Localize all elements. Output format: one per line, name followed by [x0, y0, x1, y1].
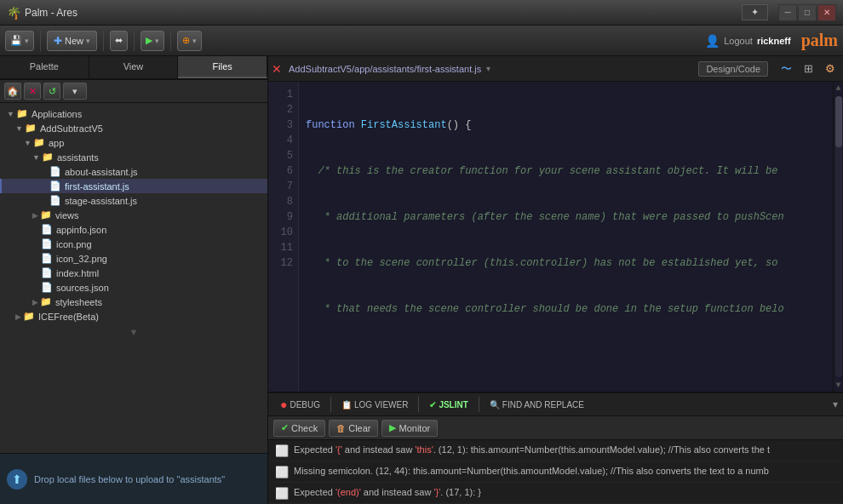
find-icon: 🔍 [490, 400, 500, 410]
wave-icon[interactable]: 〜 [777, 60, 795, 78]
play-btn[interactable]: ▶ ▾ [140, 31, 164, 51]
jslint-check-icon: ✔ [429, 400, 436, 410]
scroll-down-btn[interactable]: ▼ [0, 324, 267, 341]
lint-text-2: Missing semicolon. (12, 44): this.amount… [294, 465, 769, 477]
log-viewer-btn[interactable]: 📋 LOG VIEWER [335, 398, 415, 412]
tree-item-icon32[interactable]: 📄 icon_32.png [0, 251, 267, 266]
new-tab-btn[interactable]: ✦ [742, 4, 768, 20]
lint-warning-icon: ⬜ [275, 444, 289, 457]
arrow-icon: ▶ [32, 298, 38, 306]
lint-item-2[interactable]: ⬜ Missing semicolon. (12, 44): this.amou… [268, 461, 843, 483]
arrow-icon: ▶ [15, 312, 21, 321]
tree-label: first-assistant.js [65, 181, 129, 192]
tree-item-sources[interactable]: 📄 sources.json [0, 280, 267, 295]
tree-label: AddSubtractV5 [40, 123, 103, 134]
arrow-icon: ▼ [7, 110, 14, 118]
app-icon: 🌴 [7, 6, 21, 20]
debug-btn[interactable]: ● DEBUG [273, 395, 327, 414]
win-close-btn[interactable]: ✕ [817, 4, 836, 21]
grid-icon[interactable]: ⊞ [799, 60, 817, 78]
tree-item-icefree[interactable]: ▶ 📁 ICEFree(Beta) [0, 309, 267, 324]
tree-item-index[interactable]: 📄 index.html [0, 266, 267, 280]
new-btn[interactable]: ✚ New ▾ [47, 31, 97, 51]
scroll-up-arrow[interactable]: ▲ [834, 82, 842, 94]
clear-icon: 🗑 [336, 423, 346, 433]
lint-item-3[interactable]: ⬜ Expected '(end)' and instead saw '}'. … [268, 483, 843, 504]
win-min-btn[interactable]: ─ [778, 4, 797, 21]
scroll-track[interactable] [835, 96, 842, 377]
titlebar: 🌴 Palm - Ares ✦ ─ □ ✕ [0, 0, 843, 26]
line-num: 11 [268, 240, 293, 255]
file-path-arrow[interactable]: ▾ [486, 64, 490, 73]
tree-item-appinfo[interactable]: 📄 appinfo.json [0, 222, 267, 237]
refresh-btn[interactable]: ↺ [43, 83, 60, 100]
editor-icons: 〜 ⊞ ⚙ [777, 60, 840, 78]
file-icon: 📄 [49, 166, 61, 177]
new-label: New [65, 36, 83, 46]
debug-expand-btn[interactable]: ▾ [833, 398, 838, 410]
tree-item-stylesheets[interactable]: ▶ 📁 stylesheets [0, 295, 267, 309]
line-num: 2 [268, 102, 293, 117]
tree-item-first-assistant[interactable]: 📄 first-assistant.js [0, 179, 267, 193]
new-arrow-icon: ▾ [86, 37, 90, 45]
check-label: Check [291, 423, 318, 433]
scroll-bar[interactable]: ▲ ▼ [833, 82, 843, 392]
lint-results: ⬜ Expected '{' and instead saw 'this'. (… [268, 439, 843, 504]
more-btn[interactable]: ▾ [63, 83, 87, 100]
log-icon: 📋 [341, 400, 352, 410]
tab-palette[interactable]: Palette [0, 56, 89, 78]
tab-view[interactable]: View [89, 56, 179, 78]
lint-item-1[interactable]: ⬜ Expected '{' and instead saw 'this'. (… [268, 440, 843, 461]
tree-item-stage-assistant[interactable]: 📄 stage-assistant.js [0, 193, 267, 208]
tree-item-app[interactable]: ▼ 📁 app [0, 135, 267, 150]
monitor-label: Monitor [399, 423, 430, 433]
logout-label[interactable]: Logout [724, 36, 753, 46]
drop-text: Drop local files below to upload to "ass… [34, 474, 225, 484]
code-editor: 1 2 3 4 5 6 7 8 9 10 11 12 function Firs… [268, 82, 843, 392]
tab-files[interactable]: Files [178, 56, 267, 78]
editor-file-path[interactable]: AddSubtractV5/app/assistants/first-assis… [289, 64, 481, 74]
help-btn[interactable]: ⊕ ▾ [177, 31, 202, 51]
play-arrow-icon: ▾ [155, 37, 159, 45]
tree-item-views[interactable]: ▶ 📁 views [0, 208, 267, 222]
tree-item-applications[interactable]: ▼ 📁 Applications [0, 106, 267, 121]
palm-logo: palm [801, 31, 838, 50]
scroll-thumb[interactable] [835, 96, 842, 147]
tree-item-about-assistant[interactable]: 📄 about-assistant.js [0, 164, 267, 179]
code-line-1: function FirstAssistant() { [306, 117, 826, 133]
check-btn[interactable]: ✔ Check [273, 420, 325, 437]
file-icon: 📄 [41, 224, 53, 235]
clear-btn[interactable]: 🗑 Clear [329, 420, 378, 437]
tree-label: about-assistant.js [65, 167, 138, 177]
scroll-down-arrow[interactable]: ▼ [834, 379, 842, 392]
move-btn[interactable]: ⬌ [110, 31, 128, 51]
find-replace-btn[interactable]: 🔍 FIND AND REPLACE [483, 398, 591, 412]
sep1 [40, 31, 41, 51]
tree-item-icon[interactable]: 📄 icon.png [0, 237, 267, 251]
jslint-btn[interactable]: ✔ JSLINT [422, 398, 474, 412]
tree-item-addsubtractv5[interactable]: ▼ 📁 AddSubtractV5 [0, 121, 267, 135]
move-icon: ⬌ [115, 35, 123, 46]
debug-sep3 [479, 397, 479, 412]
right-panel: ✕ AddSubtractV5/app/assistants/first-ass… [268, 56, 843, 504]
editor-tab-close-btn[interactable]: ✕ [272, 62, 282, 76]
help-arrow-icon: ▾ [192, 37, 197, 45]
panel-tabs: Palette View Files [0, 56, 267, 80]
gear-icon[interactable]: ⚙ [821, 60, 840, 78]
delete-btn[interactable]: ✕ [24, 83, 41, 100]
tree-item-assistants[interactable]: ▼ 📁 assistants [0, 150, 267, 164]
tree-label: icon.png [56, 239, 92, 249]
left-panel: Palette View Files 🏠 ✕ ↺ ▾ ▼ 📁 Applicati… [0, 56, 268, 504]
file-icon: 📄 [41, 267, 53, 278]
monitor-btn[interactable]: ▶ Monitor [381, 420, 438, 437]
line-num: 9 [268, 209, 293, 225]
home-btn[interactable]: 🏠 [4, 83, 21, 100]
tree-label: index.html [56, 268, 99, 278]
log-label: LOG VIEWER [354, 400, 408, 410]
save-btn[interactable]: 💾 ▾ [5, 31, 34, 51]
design-code-btn[interactable]: Design/Code [698, 61, 768, 77]
sep3 [134, 31, 135, 51]
code-content[interactable]: function FirstAssistant() { /* this is t… [299, 82, 833, 392]
win-max-btn[interactable]: □ [798, 4, 817, 21]
code-line-3: * additional parameters (after the scene… [306, 209, 826, 225]
